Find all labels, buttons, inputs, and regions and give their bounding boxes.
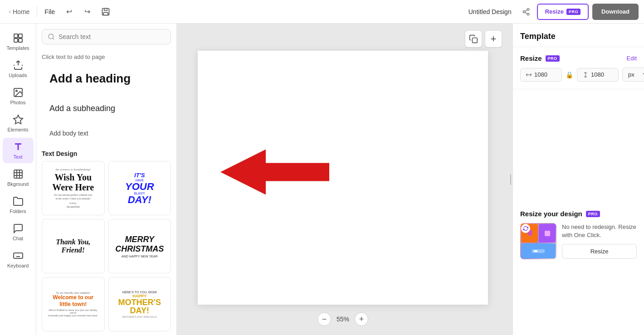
svg-line-6 [525,12,527,14]
card4-content: MERRY CHRISTMAS AND HAPPY NEW YEAR [115,235,164,258]
svg-rect-8 [14,34,18,38]
svg-point-5 [527,13,529,15]
uploads-label: Uploads [9,73,27,78]
sidebar-item-text[interactable]: Text [3,138,34,163]
sidebar-item-elements[interactable]: Elements [3,111,34,136]
sidebar-icons: Templates Uploads Photos Element [0,24,36,335]
topbar-divider [37,6,37,17]
search-input[interactable] [59,33,165,40]
click-text-label: Click text to add to page [36,50,176,62]
text-design-card-1[interactable]: the scenery is breathtaking! Wish YouWer… [42,161,105,215]
promo-pro-badge: PRO [586,211,600,217]
sidebar-item-background[interactable]: Bkground [3,165,34,190]
promo-title: Resize your design [520,210,582,218]
sidebar-item-folders[interactable]: Folders [3,192,34,218]
sidebar-item-photos[interactable]: Photos [3,83,34,109]
card1-content: the scenery is breathtaking! Wish YouWer… [52,168,94,209]
svg-rect-17 [473,38,478,43]
svg-marker-18 [220,150,329,195]
resize-label: Resize [545,8,564,15]
svg-point-3 [527,8,529,10]
save-button[interactable] [98,5,113,19]
svg-point-16 [49,34,54,39]
svg-rect-10 [14,39,18,42]
right-panel: Template Resize PRO Edit 🔒 [512,24,644,335]
width-input[interactable] [534,71,557,78]
height-icon [582,71,589,78]
text-label: Text [13,154,22,160]
svg-line-7 [525,10,527,11]
share-button[interactable] [519,5,533,19]
svg-rect-2 [103,12,108,15]
search-icon [48,33,55,40]
zoom-in-button[interactable]: + [355,312,368,326]
chat-label: Chat [13,236,23,241]
topbar-center: Untitled Design [465,6,515,17]
dimensions-row: 🔒 px in cm mm [520,68,637,82]
pro-badge: PRO [566,9,581,15]
templates-label: Templates [6,45,29,51]
left-panel-text: Click text to add to page Add a heading … [36,24,177,335]
text-design-card-6[interactable]: HERE'S TO YOU, MOM! HAPPY MOTHER'S DAY! … [108,277,171,331]
search-bar[interactable] [42,29,171,44]
duplicate-page-button[interactable] [465,31,482,47]
resize-pro-button[interactable]: Resize PRO [537,4,589,20]
width-input-wrapper [520,68,562,82]
promo-desc: No need to redesign. Resize with One Cli… [562,223,637,239]
right-panel-pro-badge: PRO [546,55,560,62]
sidebar-item-templates[interactable]: Templates [3,29,34,54]
add-body-button[interactable]: Add body text [42,125,171,142]
text-design-card-2[interactable]: IT'S HAVE YOUR BLAST! DAY! [108,161,171,215]
undo-button[interactable]: ↩ [62,5,77,19]
height-input-wrapper [577,68,619,82]
add-subheading-button[interactable]: Add a subheading [42,98,171,119]
home-button[interactable]: ‹ Home [5,6,33,17]
red-arrow [220,150,329,197]
sidebar-item-keyboard[interactable]: Keyboard [3,247,34,272]
zoom-level: 55% [337,316,349,323]
resize-section-header: Resize PRO Edit [520,54,637,62]
right-panel-title: Template [513,24,644,47]
promo-section: Resize your design PRO [513,203,644,267]
keyboard-label: Keyboard [7,263,29,268]
text-design-title: Text Design [36,145,176,161]
resize-section-label: Resize [520,54,542,62]
folders-label: Folders [10,209,26,214]
canvas-toolbar: + [465,31,502,47]
svg-rect-1 [104,8,107,10]
sidebar-item-chat[interactable]: Chat [3,219,34,245]
topbar-left: ‹ Home File ↩ ↪ [5,5,461,19]
card2-content: IT'S HAVE YOUR BLAST! DAY! [125,172,154,205]
svg-point-4 [523,10,525,13]
promo-resize-button[interactable]: Resize [562,244,637,259]
topbar: ‹ Home File ↩ ↪ Untitled Design Resize [0,0,644,24]
zoom-out-button[interactable]: − [317,312,331,326]
svg-rect-9 [19,34,22,38]
edit-link[interactable]: Edit [627,55,637,62]
text-design-card-3[interactable]: Thank You, Friend! [42,219,105,273]
download-button[interactable]: Download [592,4,639,20]
bkground-label: Bkground [7,181,29,187]
resize-section: Resize PRO Edit 🔒 [513,47,644,89]
svg-rect-23 [534,250,537,252]
promo-content: No need to redesign. Resize with One Cli… [520,223,637,259]
text-design-grid: the scenery is breathtaking! Wish YouWer… [36,161,176,335]
panel-collapse-handle[interactable] [509,24,512,335]
width-icon [525,71,532,78]
sidebar-item-uploads[interactable]: Uploads [3,56,34,82]
add-page-button[interactable]: + [485,31,502,47]
height-input[interactable] [591,71,614,78]
unit-select[interactable]: px in cm mm [622,68,644,82]
promo-image [520,223,556,259]
text-design-card-5[interactable]: To our friendly new neighbor Welcome to … [42,277,105,331]
canvas-wrapper[interactable] [198,51,488,305]
main-area: Templates Uploads Photos Element [0,24,644,335]
file-menu[interactable]: File [41,6,59,17]
card3-content: Thank You, Friend! [46,238,101,254]
redo-button[interactable]: ↪ [80,5,95,19]
svg-point-13 [16,90,17,92]
promo-header: Resize your design PRO [520,210,637,218]
text-design-card-4[interactable]: MERRY CHRISTMAS AND HAPPY NEW YEAR [108,219,171,273]
add-heading-button[interactable]: Add a heading [42,65,171,92]
design-title[interactable]: Untitled Design [465,6,515,17]
